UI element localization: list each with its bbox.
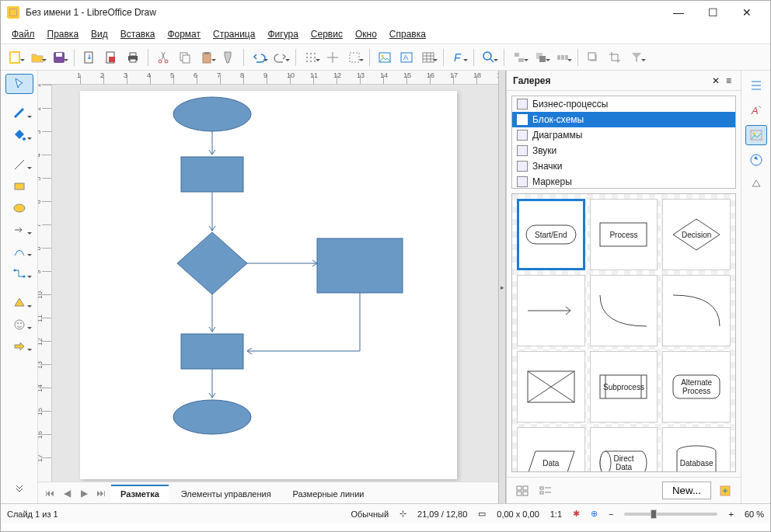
menu-edit[interactable]: Правка xyxy=(43,27,84,41)
gallery-category[interactable]: Бизнес-процессы xyxy=(512,96,735,112)
gallery-category[interactable]: Диаграммы xyxy=(512,127,735,143)
expand-toolbox[interactable] xyxy=(5,480,33,500)
gallery-category[interactable]: Блок-схемы xyxy=(512,112,735,127)
gallery-item[interactable]: Subprocess xyxy=(590,351,658,422)
menu-shape[interactable]: Фигура xyxy=(263,27,302,41)
flowchart-drawing[interactable] xyxy=(80,91,457,479)
menu-help[interactable]: Справка xyxy=(385,27,431,41)
gallery-menu-icon[interactable]: ≡ xyxy=(723,75,734,86)
copy-button[interactable] xyxy=(175,47,195,68)
tab-nav-last[interactable]: ⏭ xyxy=(94,488,108,499)
paste-button[interactable] xyxy=(197,47,217,68)
open-button[interactable] xyxy=(27,47,47,68)
gallery-thumbnails[interactable]: Start/EndProcessDecisionSubprocessAltern… xyxy=(511,193,736,472)
gallery-close-icon[interactable]: ✕ xyxy=(709,75,723,86)
zoom-out-button[interactable]: − xyxy=(609,509,613,519)
gallery-item[interactable] xyxy=(590,275,658,346)
crop-button[interactable] xyxy=(605,47,625,68)
zoom-slider[interactable] xyxy=(624,513,717,516)
gallery-item[interactable]: Database xyxy=(662,427,731,472)
line-color-tool[interactable] xyxy=(5,103,33,123)
gallery-item[interactable] xyxy=(662,275,731,346)
save-button[interactable] xyxy=(49,47,69,68)
drawing-page[interactable] xyxy=(80,91,457,479)
fill-color-tool[interactable] xyxy=(5,125,33,145)
symbol-shapes-tool[interactable] xyxy=(5,315,33,335)
new-button[interactable] xyxy=(5,47,26,68)
helplines-button[interactable] xyxy=(323,47,343,68)
insert-textbox-button[interactable]: A xyxy=(396,47,417,68)
sidebar-tab-shapes[interactable] xyxy=(745,175,767,195)
vertical-ruler[interactable]: 1234567891011121314151617 xyxy=(38,85,52,482)
redo-button[interactable] xyxy=(270,47,291,68)
gallery-item[interactable]: Start/End xyxy=(517,199,585,270)
new-theme-button[interactable]: New... xyxy=(662,482,711,499)
menu-format[interactable]: Формат xyxy=(162,27,205,41)
detail-view-button[interactable] xyxy=(536,482,555,499)
zoom-button[interactable] xyxy=(479,47,499,68)
block-arrows-tool[interactable] xyxy=(5,336,33,356)
minimize-button[interactable]: — xyxy=(661,1,696,24)
status-save-icon[interactable]: ✱ xyxy=(573,509,580,519)
filter-button[interactable] xyxy=(626,47,647,68)
gallery-item[interactable]: Direct Data xyxy=(590,427,658,472)
menu-file[interactable]: Файл xyxy=(7,27,40,41)
sidebar-tab-properties[interactable] xyxy=(745,75,767,96)
distribute-button[interactable] xyxy=(553,47,573,68)
export-pdf-button[interactable] xyxy=(101,47,121,68)
zoom-in-button[interactable]: + xyxy=(728,509,733,519)
zoom-value[interactable]: 60 % xyxy=(745,509,764,519)
insert-table-button[interactable] xyxy=(418,47,438,68)
tab-controls[interactable]: Элементы управления xyxy=(172,485,281,502)
close-button[interactable]: ✕ xyxy=(730,1,764,24)
gallery-more-icon[interactable] xyxy=(716,482,734,499)
gallery-category[interactable]: Маркеры xyxy=(512,174,735,189)
icon-view-button[interactable] xyxy=(513,482,532,499)
sidebar-tab-styles[interactable]: A xyxy=(745,100,767,120)
guides-button[interactable] xyxy=(344,47,365,68)
menu-insert[interactable]: Вставка xyxy=(116,27,160,41)
cut-button[interactable] xyxy=(153,47,173,68)
fontwork-button[interactable]: F xyxy=(448,47,469,68)
tab-nav-first[interactable]: ⏮ xyxy=(43,488,57,499)
gallery-item[interactable] xyxy=(517,351,585,422)
align-button[interactable] xyxy=(509,47,529,68)
horizontal-ruler[interactable]: 12345678910111213141516171819 xyxy=(38,71,498,85)
gallery-item[interactable]: Alternate Process xyxy=(662,351,731,422)
basic-shapes-tool[interactable] xyxy=(5,293,33,313)
sidebar-collapse-handle[interactable] xyxy=(498,71,506,503)
gallery-item[interactable]: Process xyxy=(590,199,658,270)
menu-window[interactable]: Окно xyxy=(351,27,382,41)
gallery-category[interactable]: Значки xyxy=(512,158,735,174)
print-button[interactable] xyxy=(123,47,143,68)
gallery-category[interactable]: Звуки xyxy=(512,143,735,158)
gallery-item[interactable] xyxy=(517,275,585,346)
gallery-category-list[interactable]: Бизнес-процессыБлок-схемыДиаграммыЗвукиЗ… xyxy=(511,96,736,189)
maximize-button[interactable]: ☐ xyxy=(696,1,730,24)
gallery-item[interactable]: Decision xyxy=(662,199,731,270)
arrows-tool[interactable] xyxy=(5,220,33,240)
menu-tools[interactable]: Сервис xyxy=(306,27,347,41)
tab-nav-prev[interactable]: ◀ xyxy=(60,488,74,499)
undo-button[interactable] xyxy=(249,47,269,68)
tab-dimlines[interactable]: Размерные линии xyxy=(284,485,374,502)
menu-view[interactable]: Вид xyxy=(86,27,113,41)
grid-button[interactable] xyxy=(301,47,321,68)
sidebar-tab-navigator[interactable] xyxy=(745,150,767,170)
sidebar-tab-gallery[interactable] xyxy=(745,125,767,145)
shadow-button[interactable] xyxy=(583,47,603,68)
connectors-tool[interactable] xyxy=(5,263,33,283)
select-tool[interactable] xyxy=(5,74,33,94)
rect-tool[interactable] xyxy=(5,176,33,196)
menu-page[interactable]: Страница xyxy=(208,27,260,41)
page-workspace[interactable] xyxy=(52,85,498,482)
fit-page-icon[interactable]: ⊕ xyxy=(591,509,598,519)
status-scale[interactable]: 1:1 xyxy=(550,509,562,519)
gallery-item[interactable]: Data xyxy=(517,427,585,472)
arrange-button[interactable] xyxy=(531,47,551,68)
tab-nav-next[interactable]: ▶ xyxy=(77,488,91,499)
curves-tool[interactable] xyxy=(5,242,33,262)
line-tool[interactable] xyxy=(5,155,33,175)
export-button[interactable] xyxy=(79,47,99,68)
clone-format-button[interactable] xyxy=(218,47,239,68)
